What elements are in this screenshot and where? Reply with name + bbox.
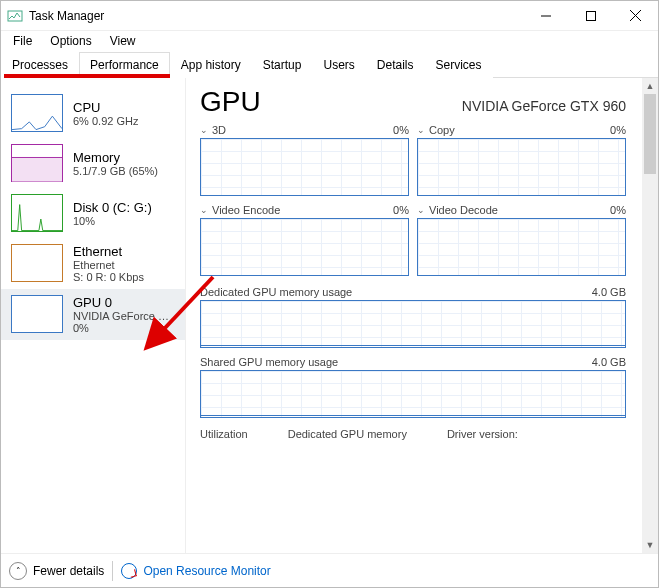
gpu-sub2: 0% bbox=[73, 322, 175, 334]
shared-label: Shared GPU memory usage bbox=[200, 356, 338, 368]
task-manager-window: Task Manager File Options View Processes… bbox=[0, 0, 659, 588]
sidebar-item-memory[interactable]: Memory 5.1/7.9 GB (65%) bbox=[1, 138, 185, 188]
svg-rect-5 bbox=[12, 157, 62, 181]
svg-rect-2 bbox=[586, 11, 595, 20]
menu-view[interactable]: View bbox=[102, 32, 144, 50]
close-button[interactable] bbox=[613, 1, 658, 31]
chevron-down-icon[interactable]: ⌄ bbox=[200, 205, 208, 215]
chart-copy-pct: 0% bbox=[610, 124, 626, 136]
tab-users[interactable]: Users bbox=[312, 52, 365, 78]
open-resource-monitor-label: Open Resource Monitor bbox=[143, 564, 270, 578]
shared-graph bbox=[200, 370, 626, 418]
sidebar-item-disk[interactable]: Disk 0 (C: G:) 10% bbox=[1, 188, 185, 238]
tab-startup[interactable]: Startup bbox=[252, 52, 313, 78]
resource-monitor-icon bbox=[121, 563, 137, 579]
footer: ˄ Fewer details Open Resource Monitor bbox=[1, 553, 658, 587]
gpu-sub1: NVIDIA GeForce G… bbox=[73, 310, 175, 322]
content-area: CPU 6% 0.92 GHz Memory 5.1/7.9 GB (65%) bbox=[1, 78, 658, 553]
chevron-down-icon[interactable]: ⌄ bbox=[417, 125, 425, 135]
disk-sub: 10% bbox=[73, 215, 152, 227]
chart-video-decode: ⌄Video Decode 0% bbox=[417, 204, 626, 276]
memory-thumb bbox=[11, 144, 63, 182]
chart-encode-label[interactable]: Video Encode bbox=[212, 204, 280, 216]
chart-decode-graph bbox=[417, 218, 626, 276]
scroll-down-icon[interactable]: ▼ bbox=[642, 537, 658, 553]
titlebar: Task Manager bbox=[1, 1, 658, 31]
disk-thumb bbox=[11, 194, 63, 232]
chart-decode-pct: 0% bbox=[610, 204, 626, 216]
fewer-details-label: Fewer details bbox=[33, 564, 104, 578]
shared-max: 4.0 GB bbox=[592, 356, 626, 368]
performance-sidebar: CPU 6% 0.92 GHz Memory 5.1/7.9 GB (65%) bbox=[1, 78, 186, 553]
stat-dedicated: Dedicated GPU memory bbox=[288, 428, 407, 440]
sidebar-item-gpu[interactable]: GPU 0 NVIDIA GeForce G… 0% bbox=[1, 289, 185, 340]
disk-title: Disk 0 (C: G:) bbox=[73, 200, 152, 215]
minimize-button[interactable] bbox=[523, 1, 568, 31]
ethernet-sub2: S: 0 R: 0 Kbps bbox=[73, 271, 144, 283]
cpu-thumb bbox=[11, 94, 63, 132]
chart-3d-label[interactable]: 3D bbox=[212, 124, 226, 136]
stat-driver: Driver version: bbox=[447, 428, 518, 440]
chart-3d-pct: 0% bbox=[393, 124, 409, 136]
open-resource-monitor-link[interactable]: Open Resource Monitor bbox=[121, 563, 270, 579]
chart-3d-graph bbox=[200, 138, 409, 196]
gpu-thumb bbox=[11, 295, 63, 333]
annotation-underline bbox=[4, 74, 64, 78]
tab-details[interactable]: Details bbox=[366, 52, 425, 78]
memory-sub: 5.1/7.9 GB (65%) bbox=[73, 165, 158, 177]
cpu-sub: 6% 0.92 GHz bbox=[73, 115, 138, 127]
main-panel: ▲ ▼ GPU NVIDIA GeForce GTX 960 ⌄3D 0% bbox=[186, 78, 658, 553]
menubar: File Options View bbox=[1, 31, 658, 51]
memory-title: Memory bbox=[73, 150, 158, 165]
chart-copy-label[interactable]: Copy bbox=[429, 124, 455, 136]
gpu-model: NVIDIA GeForce GTX 960 bbox=[462, 98, 626, 114]
dedicated-max: 4.0 GB bbox=[592, 286, 626, 298]
window-title: Task Manager bbox=[29, 9, 104, 23]
tab-app-history[interactable]: App history bbox=[170, 52, 252, 78]
chevron-down-icon[interactable]: ⌄ bbox=[200, 125, 208, 135]
ethernet-title: Ethernet bbox=[73, 244, 144, 259]
chart-encode-graph bbox=[200, 218, 409, 276]
chart-video-encode: ⌄Video Encode 0% bbox=[200, 204, 409, 276]
page-title: GPU bbox=[200, 86, 261, 118]
sidebar-item-cpu[interactable]: CPU 6% 0.92 GHz bbox=[1, 88, 185, 138]
chart-copy-graph bbox=[417, 138, 626, 196]
chevron-up-icon: ˄ bbox=[9, 562, 27, 580]
chevron-down-icon[interactable]: ⌄ bbox=[417, 205, 425, 215]
dedicated-graph bbox=[200, 300, 626, 348]
tabbar: Processes Performance App history Startu… bbox=[1, 51, 658, 78]
tab-services[interactable]: Services bbox=[425, 52, 493, 78]
chart-decode-label[interactable]: Video Decode bbox=[429, 204, 498, 216]
chart-3d: ⌄3D 0% bbox=[200, 124, 409, 196]
sidebar-item-ethernet[interactable]: Ethernet Ethernet S: 0 R: 0 Kbps bbox=[1, 238, 185, 289]
chart-encode-pct: 0% bbox=[393, 204, 409, 216]
annotation-underline bbox=[64, 74, 170, 78]
stat-utilization: Utilization bbox=[200, 428, 248, 440]
cpu-title: CPU bbox=[73, 100, 138, 115]
vertical-scrollbar[interactable]: ▲ ▼ bbox=[642, 78, 658, 553]
scrollbar-thumb[interactable] bbox=[644, 94, 656, 174]
gpu-title: GPU 0 bbox=[73, 295, 175, 310]
fewer-details-button[interactable]: ˄ Fewer details bbox=[9, 562, 104, 580]
divider bbox=[112, 561, 113, 581]
chart-copy: ⌄Copy 0% bbox=[417, 124, 626, 196]
scroll-up-icon[interactable]: ▲ bbox=[642, 78, 658, 94]
maximize-button[interactable] bbox=[568, 1, 613, 31]
app-icon bbox=[7, 8, 23, 24]
ethernet-thumb bbox=[11, 244, 63, 282]
menu-file[interactable]: File bbox=[5, 32, 40, 50]
dedicated-label: Dedicated GPU memory usage bbox=[200, 286, 352, 298]
ethernet-sub1: Ethernet bbox=[73, 259, 144, 271]
menu-options[interactable]: Options bbox=[42, 32, 99, 50]
